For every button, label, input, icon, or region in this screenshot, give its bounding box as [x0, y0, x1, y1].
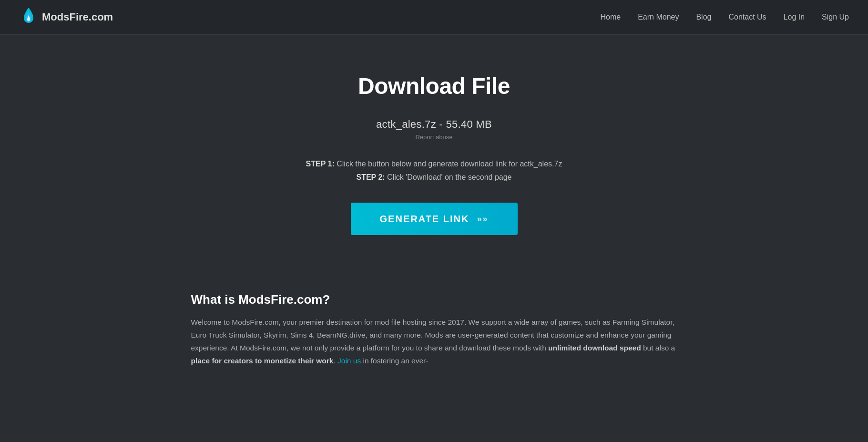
nav-earn-money[interactable]: Earn Money [638, 13, 679, 21]
about-para3: . [333, 357, 337, 365]
about-para2: but also a [641, 344, 675, 352]
generate-btn-arrows: »» [477, 214, 488, 224]
about-para4: in fostering an ever- [361, 357, 428, 365]
step2: STEP 2: Click 'Download' on the second p… [356, 173, 511, 182]
nav-sign-up[interactable]: Sign Up [822, 13, 849, 21]
nav-log-in[interactable]: Log In [784, 13, 805, 21]
report-abuse-link[interactable]: Report abuse [415, 134, 452, 141]
step2-text: Click 'Download' on the second page [385, 173, 512, 181]
steps-container: STEP 1: Click the button below and gener… [306, 160, 562, 182]
generate-btn-label: GENERATE LINK [380, 214, 470, 225]
step2-label: STEP 2: [356, 173, 385, 181]
step1: STEP 1: Click the button below and gener… [306, 160, 562, 168]
about-text: Welcome to ModsFire.com, your premier de… [191, 316, 677, 368]
step1-text: Click the button below and generate down… [335, 160, 562, 168]
nav-contact-us[interactable]: Contact Us [728, 13, 766, 21]
main-nav: Home Earn Money Blog Contact Us Log In S… [600, 13, 849, 21]
generate-link-button[interactable]: GENERATE LINK »» [351, 203, 518, 235]
file-info: actk_ales.7z - 55.40 MB [376, 118, 492, 131]
logo[interactable]: ModsFire.com [19, 7, 113, 28]
step1-label: STEP 1: [306, 160, 335, 168]
page-title: Download File [358, 73, 510, 99]
about-section: What is ModsFire.com? Welcome to ModsFir… [172, 264, 696, 387]
logo-text: ModsFire.com [42, 11, 113, 23]
about-title: What is ModsFire.com? [191, 292, 677, 307]
flame-icon [19, 7, 38, 28]
about-bold1: unlimited download speed [548, 344, 641, 352]
nav-home[interactable]: Home [600, 13, 621, 21]
about-bold2: place for creators to monetize their wor… [191, 357, 334, 365]
join-us-link[interactable]: Join us [337, 357, 361, 365]
main-content: Download File actk_ales.7z - 55.40 MB Re… [0, 35, 868, 387]
nav-blog[interactable]: Blog [696, 13, 711, 21]
